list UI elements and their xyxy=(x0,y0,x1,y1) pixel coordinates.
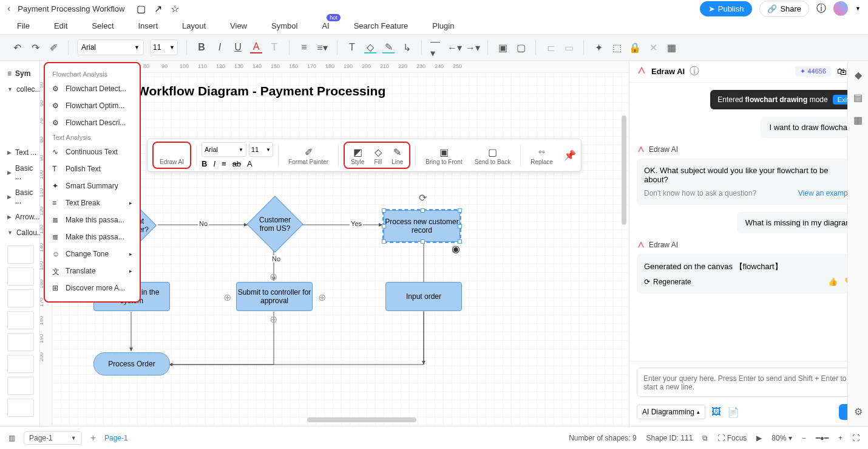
doc-icon[interactable]: 📄 xyxy=(727,406,739,418)
terminal-process-order[interactable]: Process Order xyxy=(93,352,170,375)
menu-item[interactable]: ⊞Discover more A... xyxy=(49,279,136,296)
horizontal-scrollbar[interactable] xyxy=(307,417,416,422)
pin-icon[interactable]: 📌 xyxy=(564,149,576,161)
bring-front-button[interactable]: ▣Bring to Front xyxy=(421,144,467,166)
layers-icon[interactable]: ▤ xyxy=(853,92,863,103)
ai-diagramming-button[interactable]: AI Diagramming▴ xyxy=(637,405,705,419)
sidebar-row[interactable]: ▶Arrow... xyxy=(7,209,39,225)
line-color-icon[interactable]: ✎ xyxy=(382,41,395,53)
line-button[interactable]: ✎Line xyxy=(387,144,408,166)
menu-item[interactable]: ≡Text Break▸ xyxy=(49,194,136,211)
line-style-icon[interactable]: —▾ xyxy=(430,41,442,53)
focus-toggle[interactable]: ⛶ Focus xyxy=(717,434,747,442)
italic-icon[interactable]: I xyxy=(214,41,226,53)
menu-item[interactable]: ≣Make this passa... xyxy=(49,211,136,228)
lock-icon[interactable]: 🔒 xyxy=(629,41,641,53)
add-anchor-icon[interactable]: ⊕ xyxy=(318,292,326,303)
menu-ai[interactable]: AIhot xyxy=(322,21,329,30)
line-spacing-icon[interactable]: ≡▾ xyxy=(316,41,328,53)
float-size-select[interactable]: 11▼ xyxy=(249,142,273,157)
font-color-icon[interactable]: A xyxy=(247,159,253,168)
menu-item[interactable]: ☺Change Tone▸ xyxy=(49,245,136,262)
play-icon[interactable]: ▶ xyxy=(756,434,762,442)
text-tool-icon[interactable]: T xyxy=(346,41,358,53)
undo-icon[interactable]: ↶ xyxy=(11,41,23,53)
process-new-customer-record[interactable]: Process new customer record xyxy=(384,210,460,242)
zoom-level[interactable]: 80% ▾ xyxy=(771,434,792,442)
symbols-header[interactable]: ≡Sym xyxy=(7,66,39,81)
publish-button[interactable]: ➤Publish xyxy=(700,1,753,16)
menu-item[interactable]: ⚙Flowchart Optim... xyxy=(49,97,136,114)
decision-customer-us[interactable]: Customer from US? xyxy=(246,196,303,252)
bold-icon[interactable]: B xyxy=(202,159,207,168)
pages-icon[interactable]: ▥ xyxy=(8,434,15,442)
process-submit-controller[interactable]: Submit to controller for approval xyxy=(236,282,313,311)
shape-thumb[interactable] xyxy=(7,311,34,329)
back-icon[interactable]: ‹ xyxy=(7,3,10,14)
page-tab[interactable]: Page-1 xyxy=(104,434,128,442)
sidebar-row[interactable]: ▼Callou... xyxy=(7,225,39,241)
settings-icon[interactable]: ⚙ xyxy=(854,406,863,417)
bold-icon[interactable]: B xyxy=(195,41,208,53)
menu-item[interactable]: ⚙Flowchart Detect... xyxy=(49,80,136,97)
shape-thumb[interactable] xyxy=(7,355,34,373)
menu-insert[interactable]: Insert xyxy=(138,21,158,30)
style-button[interactable]: ◩Style xyxy=(346,144,369,166)
menu-item[interactable]: ⚙Flowchart Descri... xyxy=(49,114,136,131)
menu-search[interactable]: Search Feature xyxy=(354,21,409,30)
menu-item[interactable]: ∿Continuous Text xyxy=(49,143,136,160)
menu-layout[interactable]: Layout xyxy=(182,21,206,30)
diagram-title[interactable]: Workflow Diagram - Payment Processing xyxy=(137,84,385,98)
cart-icon[interactable]: 🛍 xyxy=(837,66,847,77)
font-size-select[interactable]: 11▼ xyxy=(150,39,178,55)
highlight-icon[interactable]: T xyxy=(268,41,280,53)
redo-icon[interactable]: ↷ xyxy=(29,41,41,53)
zoom-out-button[interactable]: − xyxy=(802,434,806,442)
italic-icon[interactable]: I xyxy=(213,159,215,168)
replace-button[interactable]: ◦◦Replace xyxy=(526,144,558,166)
format-painter-button[interactable]: ✐Format Painter xyxy=(283,144,333,166)
layers-icon[interactable]: ⧉ xyxy=(702,434,708,442)
sidebar-row[interactable]: ▶Basic ... xyxy=(7,185,39,209)
sidebar-row[interactable]: ▶Basic ... xyxy=(7,160,39,185)
menu-item[interactable]: ✦Smart Summary xyxy=(49,177,136,194)
shape-thumb[interactable] xyxy=(7,267,34,286)
menu-item[interactable]: ≣Make this passa... xyxy=(49,228,136,245)
table-icon[interactable]: ▦ xyxy=(665,41,677,53)
menu-plugin[interactable]: Plugin xyxy=(432,21,454,30)
avatar[interactable] xyxy=(833,1,848,16)
shape-thumb[interactable] xyxy=(7,245,34,264)
chevron-down-icon[interactable]: ▼ xyxy=(855,5,861,12)
crop-icon[interactable]: ⬚ xyxy=(611,41,623,53)
shape-thumb[interactable] xyxy=(7,399,34,417)
save-icon[interactable]: ▢ xyxy=(137,3,146,15)
align-icon[interactable]: ≡ xyxy=(298,41,310,53)
menu-item[interactable]: 文Translate▸ xyxy=(49,262,136,279)
anchor-icon[interactable]: ◉ xyxy=(452,243,460,255)
add-anchor-icon[interactable]: ⊕ xyxy=(223,292,231,303)
underline-icon[interactable]: U xyxy=(232,41,244,53)
menu-file[interactable]: File xyxy=(17,21,30,30)
ai-query-input[interactable] xyxy=(637,368,861,397)
star-icon[interactable]: ☆ xyxy=(171,3,179,15)
edraw-ai-button[interactable]: Edraw AI xyxy=(155,144,189,166)
add-anchor-icon[interactable]: ⊕ xyxy=(270,271,277,283)
arrow-end-icon[interactable]: →▾ xyxy=(467,41,479,53)
strike-icon[interactable]: ab xyxy=(232,159,241,168)
connector-icon[interactable]: ↳ xyxy=(401,41,413,53)
zoom-slider[interactable]: ━●━ xyxy=(816,434,829,442)
font-select[interactable]: Arial▼ xyxy=(77,39,144,55)
menu-view[interactable]: View xyxy=(230,21,247,30)
add-anchor-icon[interactable]: ⊕ xyxy=(270,314,277,325)
page-selector[interactable]: Page-1▼ xyxy=(24,431,82,445)
fill-icon[interactable]: ◇ xyxy=(364,41,376,53)
send-back-button[interactable]: ▢Send to Back xyxy=(470,144,515,166)
thumbs-up-icon[interactable]: 👍 xyxy=(828,277,838,286)
effects-icon[interactable]: ✦ xyxy=(592,41,605,53)
sidebar-row[interactable]: ▼collec... xyxy=(7,81,39,97)
menu-item[interactable]: TPolish Text xyxy=(49,160,136,177)
text-color-icon[interactable]: A xyxy=(250,41,262,53)
shape-thumb[interactable] xyxy=(7,333,34,351)
rotate-handle-icon[interactable]: ⟳ xyxy=(419,192,427,204)
menu-symbol[interactable]: Symbol xyxy=(271,21,297,30)
